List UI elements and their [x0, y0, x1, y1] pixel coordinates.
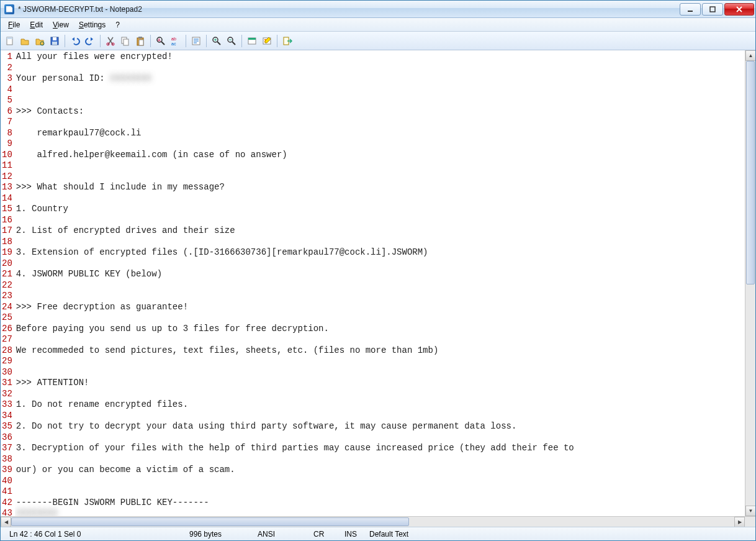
paste-button[interactable]	[133, 34, 147, 48]
text-line[interactable]	[16, 411, 744, 422]
text-line[interactable]	[16, 476, 744, 487]
vertical-scroll-track[interactable]	[745, 61, 755, 506]
text-line[interactable]: -------BEGIN JSWORM PUBLIC KEY-------	[16, 498, 744, 509]
word-wrap-icon	[191, 36, 201, 46]
maximize-button[interactable]	[702, 3, 723, 16]
text-line[interactable]	[16, 84, 744, 96]
customize-button[interactable]	[260, 34, 274, 48]
cut-button[interactable]	[104, 34, 117, 48]
cut-icon	[106, 36, 115, 46]
text-line[interactable]: alfred.helper@keemail.com (in case of no…	[16, 150, 744, 161]
titlebar[interactable]: * JSWORM-DECRYPT.txt - Notepad2	[1, 1, 755, 18]
text-line[interactable]: >>> ATTENTION!	[16, 378, 744, 389]
status-size: 996 bytes	[184, 527, 253, 540]
scroll-up-icon[interactable]: ▲	[745, 50, 755, 61]
text-line[interactable]	[16, 334, 744, 345]
text-line[interactable]	[16, 160, 744, 171]
zoom-in-button[interactable]	[210, 34, 223, 48]
text-line[interactable]	[16, 258, 744, 270]
close-icon	[736, 6, 742, 12]
redacted-text: XXXXXXXX	[16, 508, 58, 516]
svg-rect-14	[139, 40, 143, 45]
text-line[interactable]: 2. List of encrypted drives and their si…	[16, 225, 744, 237]
editor[interactable]: 1 2 3 4 5 6 7 8 9 10 11 12 13 14 15 16 1…	[1, 50, 745, 516]
text-line[interactable]: Your personal ID: XXXXXXXX	[16, 73, 744, 84]
replace-button[interactable]: abac	[169, 34, 182, 48]
open-file-button[interactable]	[18, 34, 32, 48]
undo-icon	[70, 36, 80, 46]
menu-file[interactable]: File	[3, 19, 25, 30]
horizontal-scroll-track[interactable]	[11, 517, 734, 527]
scroll-right-icon[interactable]: ▶	[734, 517, 745, 527]
text-line[interactable]	[16, 215, 744, 226]
scheme-button[interactable]	[245, 34, 259, 48]
new-file-button[interactable]	[3, 34, 17, 48]
text-line[interactable]: We recommeded to send pictures, text fil…	[16, 345, 744, 357]
text-line[interactable]	[16, 63, 744, 74]
text-line[interactable]	[16, 356, 744, 367]
text-line[interactable]	[16, 367, 744, 378]
minimize-button[interactable]	[680, 3, 701, 16]
text-line[interactable]: remarkpaul77@cock.li	[16, 128, 744, 139]
text-line[interactable]: >>> Free decryption as guarantee!	[16, 302, 744, 313]
word-wrap-button[interactable]	[189, 34, 203, 48]
undo-button[interactable]	[68, 34, 82, 48]
browse-button[interactable]	[33, 34, 47, 48]
text-line[interactable]	[16, 486, 744, 498]
text-line[interactable]	[16, 280, 744, 291]
status-position: Ln 42 : 46 Col 1 Sel 0	[4, 527, 184, 540]
text-content[interactable]: All your files were encrypted! Your pers…	[15, 50, 745, 516]
text-line[interactable]: 1. Do not rename encrypted files.	[16, 399, 744, 411]
text-line[interactable]	[16, 291, 744, 302]
vertical-scrollbar[interactable]: ▲ ▼	[745, 50, 755, 516]
text-line[interactable]: >>> What should I include in my message?	[16, 182, 744, 193]
status-filetype: Default Text	[364, 527, 413, 540]
text-line[interactable]: our) or you can become a victim of a sca…	[16, 465, 744, 476]
text-line[interactable]	[16, 454, 744, 465]
menu-view[interactable]: View	[48, 19, 74, 30]
horizontal-scrollbar[interactable]: ◀ ▶	[1, 517, 745, 527]
text-line[interactable]: XXXXXXXX	[16, 508, 744, 516]
scroll-left-icon[interactable]: ◀	[1, 517, 11, 527]
text-line[interactable]	[16, 193, 744, 204]
vertical-scroll-thumb[interactable]	[746, 61, 755, 284]
text-line[interactable]	[16, 432, 744, 443]
redo-icon	[85, 36, 95, 46]
menu-settings[interactable]: Settings	[74, 19, 110, 30]
text-line[interactable]: >>> Contacts:	[16, 106, 744, 117]
text-line[interactable]	[16, 95, 744, 106]
text-line[interactable]: Before paying you send us up to 3 files …	[16, 324, 744, 335]
text-line[interactable]: 4. JSWORM PUBLIC KEY (below)	[16, 269, 744, 280]
browse-icon	[35, 36, 45, 46]
window-title: * JSWORM-DECRYPT.txt - Notepad2	[18, 5, 680, 14]
text-line[interactable]	[16, 237, 744, 248]
svg-text:ab: ab	[171, 37, 176, 41]
horizontal-scroll-thumb[interactable]	[11, 517, 409, 526]
exit-button[interactable]	[281, 34, 294, 48]
text-line[interactable]: 3. Decryption of your files with the hel…	[16, 443, 744, 454]
paste-icon	[135, 36, 145, 46]
menu-help[interactable]: ?	[110, 19, 125, 30]
close-button[interactable]	[724, 3, 754, 16]
text-line[interactable]: All your files were encrypted!	[16, 52, 744, 63]
scroll-down-icon[interactable]: ▼	[745, 506, 755, 516]
redo-button[interactable]	[83, 34, 97, 48]
scrollbar-corner	[745, 517, 755, 527]
copy-button[interactable]	[119, 34, 132, 48]
svg-rect-1	[710, 7, 715, 12]
find-button[interactable]: A	[154, 34, 168, 48]
text-line[interactable]: 2. Do not try to decrypt your data using…	[16, 421, 744, 432]
zoom-out-button[interactable]	[225, 34, 238, 48]
text-line[interactable]: 1. Country	[16, 204, 744, 215]
svg-rect-3	[7, 37, 12, 39]
menu-edit[interactable]: Edit	[25, 19, 48, 30]
text-line[interactable]	[16, 171, 744, 183]
text-line[interactable]	[16, 139, 744, 150]
copy-icon	[120, 36, 130, 46]
zoom-in-icon	[212, 36, 222, 46]
text-line[interactable]	[16, 389, 744, 400]
text-line[interactable]: 3. Extension of encrypted files (.[ID-31…	[16, 247, 744, 258]
text-line[interactable]	[16, 117, 744, 128]
save-button[interactable]	[48, 34, 61, 48]
text-line[interactable]	[16, 312, 744, 324]
